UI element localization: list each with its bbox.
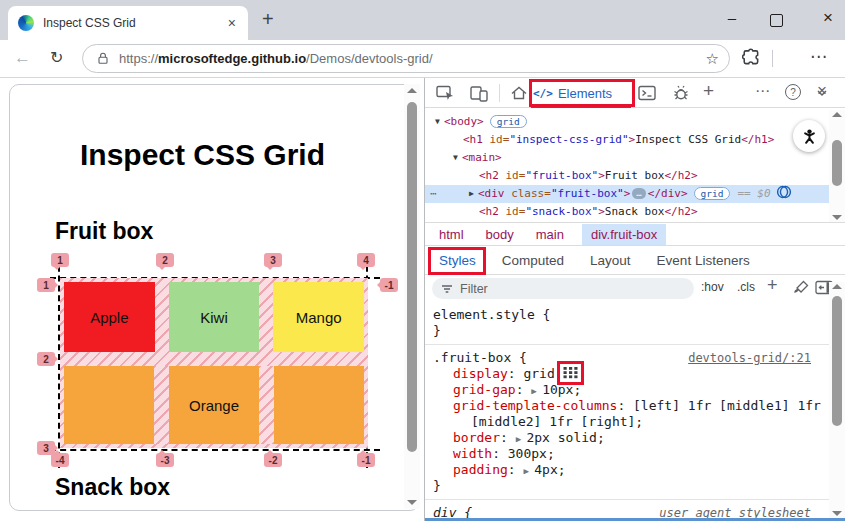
css-line[interactable]: width: 300px; [425,446,829,462]
grid-line-number: 1 [51,253,69,267]
grid-line-bottom [50,449,380,451]
dom-row[interactable]: ▼<main> [425,149,845,167]
dom-row[interactable]: ▼<body>grid [425,113,845,131]
grid-line-number: 2 [156,253,174,267]
url-text[interactable]: https://microsoftedge.github.io/Demos/de… [119,51,700,66]
css-line[interactable]: padding: ▶ 4px; [425,462,829,478]
debugger-bug-icon[interactable] [671,83,691,103]
filter-input[interactable]: Filter [432,278,694,299]
tab-close-icon[interactable]: × [226,15,238,31]
dom-row[interactable]: <h1 id="inspect-css-grid">Inspect CSS Gr… [425,131,845,149]
stylesheet-origin-label: user agent stylesheet [659,505,811,518]
collapsed-children-button[interactable]: … [632,188,645,199]
browser-window: Inspect CSS Grid × + – × ← ↻ https://mic… [0,0,845,521]
breadcrumb-div-fruit-box[interactable]: div.fruit-box [582,224,666,245]
devtools-panel: </> Elements + ⋯ ? × ▼<body>grid<h1 id="… [424,78,845,521]
console-icon[interactable] [637,83,657,103]
styles-scrollbar[interactable] [829,282,845,518]
device-emulation-icon[interactable] [469,83,489,103]
expand-arrow-icon[interactable]: ▼ [449,149,462,167]
grid-line-number: 4 [357,253,375,267]
dom-row[interactable]: <h2 id="fruit-box">Fruit box</h2> [425,167,845,185]
scrollbar-thumb[interactable] [832,296,842,426]
css-line[interactable]: element.style { [425,307,829,323]
page-scrollbar[interactable] [404,84,420,509]
scroll-up-arrow[interactable] [832,284,842,289]
rule-divider [425,344,829,345]
more-tools-plus-icon[interactable]: + [703,80,714,102]
breadcrumb-body[interactable]: body [486,227,514,242]
edge-favicon-icon [18,15,34,31]
css-line[interactable]: } [425,323,829,339]
css-line[interactable]: user agent stylesheetdiv { [425,505,829,518]
home-tab-icon[interactable] [509,83,529,103]
tab-computed[interactable]: Computed [502,253,564,268]
window-close-button[interactable]: × [812,8,844,28]
css-line[interactable]: devtools-grid/:21.fruit-box { [425,350,829,366]
chevron-down-icon[interactable] [815,86,829,100]
css-line[interactable]: } [425,478,829,494]
css-line[interactable]: grid-template-columns: [left] 1fr [middl… [425,398,829,414]
tab-layout[interactable]: Layout [590,253,631,268]
extensions-icon[interactable] [742,48,761,67]
favorites-star-icon[interactable]: ☆ [706,50,719,68]
page-title: Inspect CSS Grid [0,138,405,172]
grid-line-number: -2 [264,453,282,467]
brush-icon[interactable] [793,279,810,296]
fruit-box-heading: Fruit box [55,218,153,245]
grid-badge[interactable]: grid [490,115,527,128]
css-line[interactable]: grid-gap: ▶ 10px; [425,382,829,398]
breadcrumb-main[interactable]: main [536,227,564,242]
new-style-rule-button[interactable]: + [767,275,778,296]
dom-row[interactable]: ⋯▶<div class="fruit-box">…</div>grid== $… [425,185,845,203]
grid-badge[interactable]: grid [694,187,731,200]
dom-row[interactable]: <h2 id="snack-box">Snack box</h2> [425,203,845,221]
refresh-button[interactable]: ↻ [50,48,63,67]
annotation-styles-tab [428,247,486,275]
navigation-bar: ← ↻ https://microsoftedge.github.io/Demo… [0,40,845,78]
inspect-element-icon[interactable] [435,83,455,103]
grid-line-number: -1 [380,278,398,292]
dom-scrollbar[interactable] [829,110,845,222]
dom-tree[interactable]: ▼<body>grid<h1 id="inspect-css-grid">Ins… [425,108,845,222]
window-minimize-button[interactable]: – [716,9,748,26]
address-bar[interactable]: https://microsoftedge.github.io/Demos/de… [82,44,730,73]
toggle-class-button[interactable]: .cls [737,280,755,294]
grid-editor-icon[interactable] [562,366,579,380]
grid-line-number: -1 [357,453,375,467]
scrollbar-thumb[interactable] [407,102,417,452]
grid-line-number: 3 [37,441,55,455]
scroll-down-arrow[interactable] [832,511,842,516]
fruit-grid: AppleKiwiMangoOrange [60,278,368,448]
new-tab-button[interactable]: + [262,8,274,31]
css-line[interactable]: display: grid [425,366,829,382]
scroll-down-arrow[interactable] [832,215,842,220]
expand-arrow-icon[interactable]: ▶ [465,185,478,203]
scrollbar-thumb[interactable] [832,140,842,186]
devtools-menu-icon[interactable]: ⋯ [755,82,771,100]
css-line[interactable]: [middle2] 1fr [right]; [425,414,829,430]
browser-tab[interactable]: Inspect CSS Grid × [8,6,248,40]
help-icon[interactable]: ? [785,84,801,100]
css-line[interactable]: border: ▶ 2px solid; [425,430,829,446]
expand-arrow-icon[interactable]: ▼ [431,113,444,131]
window-maximize-button[interactable] [770,14,783,27]
stylesheet-source-link[interactable]: devtools-grid/:21 [688,350,811,366]
scroll-up-arrow[interactable] [407,88,417,93]
styles-pane[interactable]: element.style {}devtools-grid/:21.fruit-… [425,303,829,518]
snack-box-heading: Snack box [55,474,170,501]
url-protocol: https:// [119,51,158,66]
breadcrumb-html[interactable]: html [439,227,464,242]
url-host: microsoftedge.github.io [158,51,306,66]
scroll-down-arrow[interactable] [407,500,417,505]
grid-cell-orange: Orange [64,366,364,444]
title-bar: Inspect CSS Grid × + – × [0,0,845,40]
accessibility-icon[interactable] [793,120,825,152]
toggle-hover-state-button[interactable]: :hov [701,280,724,294]
devtools-toolbar: </> Elements + ⋯ ? × [425,78,845,108]
scroll-up-arrow[interactable] [832,112,842,117]
back-button[interactable]: ← [14,48,31,68]
tab-event-listeners[interactable]: Event Listeners [657,253,750,268]
browser-menu-button[interactable]: ⋯ [810,46,828,67]
dom-row-gutter[interactable]: ⋯ [430,185,437,203]
